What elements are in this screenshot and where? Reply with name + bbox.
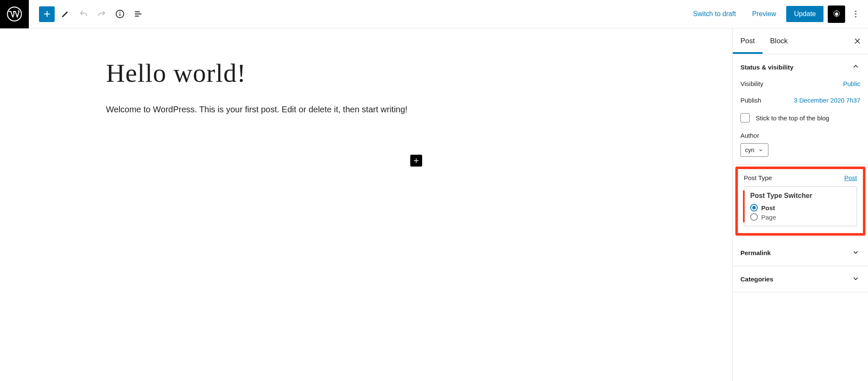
panel-title: Permalink: [740, 249, 771, 256]
edit-tool-button[interactable]: [57, 6, 73, 22]
plus-icon: [42, 9, 52, 19]
chevron-up-icon: [851, 62, 860, 72]
sidebar-tabs: Post Block: [733, 28, 868, 54]
panel-title: Categories: [740, 275, 773, 283]
post-type-highlight: Post Type Post Post Type Switcher Post P…: [735, 167, 865, 236]
switch-to-draft-button[interactable]: Switch to draft: [687, 6, 742, 22]
author-select[interactable]: cyn: [740, 143, 768, 157]
list-icon: [133, 9, 143, 19]
svg-point-2: [119, 12, 120, 13]
redo-button[interactable]: [94, 6, 109, 22]
permalink-panel: Permalink: [733, 240, 868, 266]
radio-post-label: Post: [761, 204, 775, 211]
radio-page-label: Page: [761, 214, 776, 221]
outline-button[interactable]: [130, 6, 146, 22]
publish-date-value[interactable]: 3 December 2020 7h37: [794, 97, 860, 104]
author-value: cyn: [745, 147, 754, 153]
info-icon: [115, 9, 125, 19]
permalink-toggle[interactable]: Permalink: [740, 248, 860, 258]
plus-icon: [412, 157, 420, 164]
panel-title: Status & visibility: [740, 64, 793, 71]
editor-canvas[interactable]: Hello world! Welcome to WordPress. This …: [0, 28, 732, 381]
svg-point-4: [855, 13, 856, 14]
pencil-icon: [60, 9, 70, 19]
visibility-value[interactable]: Public: [843, 80, 860, 87]
radio-option-post[interactable]: Post: [750, 204, 851, 211]
publish-label: Publish: [740, 97, 761, 104]
chevron-down-icon: [851, 248, 860, 258]
radio-page[interactable]: [750, 213, 758, 221]
info-button[interactable]: [112, 6, 128, 22]
svg-point-5: [855, 16, 856, 17]
inline-add-block-button[interactable]: [410, 155, 422, 167]
post-type-switcher-card: Post Type Switcher Post Page: [744, 186, 857, 226]
sticky-checkbox-row[interactable]: Stick to the top of the blog: [740, 113, 860, 122]
chevron-down-icon: [851, 274, 860, 284]
visibility-label: Visibility: [740, 80, 763, 87]
sticky-checkbox[interactable]: [740, 113, 750, 122]
author-label: Author: [740, 132, 860, 139]
editor-topbar: Switch to draft Preview Update: [0, 0, 868, 28]
categories-toggle[interactable]: Categories: [740, 274, 860, 284]
status-visibility-panel: Status & visibility Visibility Public Pu…: [733, 54, 868, 165]
redo-icon: [97, 9, 107, 19]
radio-post[interactable]: [750, 204, 758, 211]
undo-icon: [78, 9, 89, 19]
add-block-button[interactable]: [39, 6, 55, 22]
update-button[interactable]: Update: [786, 6, 823, 22]
post-type-value-link[interactable]: Post: [844, 174, 857, 181]
settings-sidebar: Post Block Status & visibility Visibilit…: [732, 28, 868, 381]
tab-block[interactable]: Block: [762, 28, 796, 54]
switcher-title: Post Type Switcher: [750, 192, 851, 200]
more-options-button[interactable]: [849, 6, 862, 23]
svg-point-0: [8, 7, 22, 21]
sticky-label: Stick to the top of the blog: [756, 114, 829, 122]
post-title[interactable]: Hello world!: [106, 58, 424, 88]
status-visibility-toggle[interactable]: Status & visibility: [740, 62, 860, 72]
chevron-down-icon: [758, 147, 764, 153]
svg-point-3: [855, 11, 856, 12]
close-sidebar-button[interactable]: [851, 35, 864, 47]
wordpress-icon: [7, 6, 22, 22]
tab-post[interactable]: Post: [733, 28, 762, 54]
radio-option-page[interactable]: Page: [750, 213, 851, 221]
post-body-paragraph[interactable]: Welcome to WordPress. This is your first…: [106, 103, 424, 116]
undo-button[interactable]: [75, 6, 91, 22]
post-type-label: Post Type: [744, 174, 772, 181]
wordpress-logo[interactable]: [0, 0, 29, 28]
categories-panel: Categories: [733, 266, 868, 292]
preview-button[interactable]: Preview: [746, 6, 782, 22]
gear-icon: [832, 9, 841, 19]
settings-button[interactable]: [828, 6, 845, 23]
close-icon: [853, 36, 862, 46]
dots-vertical-icon: [851, 9, 860, 19]
